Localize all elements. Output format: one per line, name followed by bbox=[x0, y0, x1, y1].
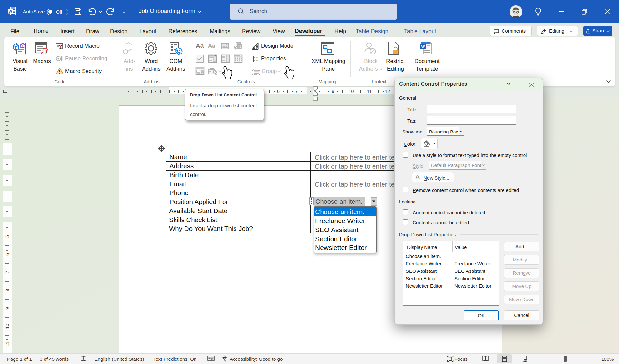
svg-text:W: W bbox=[421, 45, 425, 49]
svg-text:W: W bbox=[9, 9, 12, 13]
